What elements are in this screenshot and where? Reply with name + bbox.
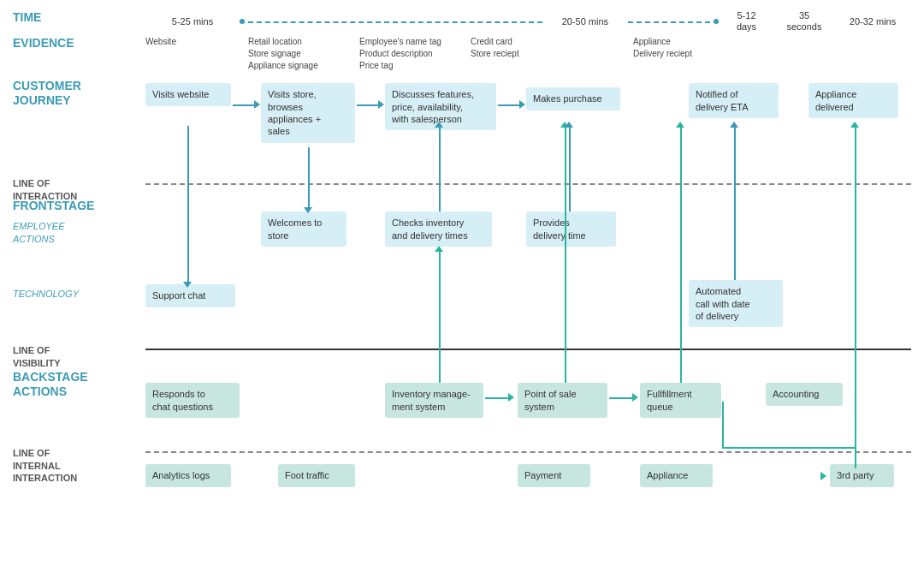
arrow-v-provides-up [569,126,571,212]
frontstage-label: FRONTSTAGE [13,199,94,212]
evidence-cell-5 [573,36,633,72]
arrow-v-fulfill-teal [680,126,682,383]
arrowhead-1 [254,100,260,109]
line-of-visibility [145,349,911,350]
arrowhead-3rdparty [820,472,826,480]
page: TIME 5-25 mins 20-50 mins 5-12days 35sec… [0,0,924,578]
arrow-h-3 [498,104,522,106]
evidence-cell-6: ApplianceDelivery reciept [633,36,710,72]
arrow-v-store-welcome [308,147,310,210]
technology-label: TECHNOLOGY [13,289,79,299]
line-of-interaction [145,183,911,185]
box-provides-delivery: Providesdelivery time [526,212,616,247]
line-internal-label: LINE OFINTERNALINTERACTION [13,447,141,484]
arrow-v-fulfill-bracket [722,402,724,449]
arrowhead-delivered-up [850,122,859,128]
box-appliance-delivered: Appliancedelivered [808,83,898,118]
box-foot-traffic: Foot traffic [278,464,355,486]
time-cell-4: 35seconds [774,10,834,33]
box-automated-call: Automatedcall with dateof delivery [689,280,783,327]
box-fulfillment-queue: Fullfillmentqueue [640,383,721,418]
time-label: TIME [13,10,145,24]
box-payment: Payment [518,464,590,486]
arrowhead-fulfill-up [676,122,684,128]
arrowhead-pos [632,393,638,402]
diagram: CUSTOMERJOURNEY Visits website Visits st… [13,79,911,498]
time-cell-5: 20-32 mins [834,16,911,27]
time-cell-1: 5-25 mins [145,16,240,27]
box-visits-store: Visits store,browsesappliances +sales [261,83,355,142]
arrow-v-website-support [187,126,189,284]
arrowhead-provides-up2 [565,122,573,128]
arrowhead-3 [519,100,525,109]
box-accounting: Accounting [766,383,843,405]
box-third-party: 3rd party [830,464,894,486]
arrowhead-discuss-up [435,122,443,128]
arrowhead-website-support [183,282,192,288]
time-cell-3: 5-12days [719,10,774,33]
evidence-cell-4: Credit cardStore reciept [471,36,573,72]
arrow-h-1 [233,104,257,106]
box-visits-website: Visits website [145,83,231,105]
arrow-h-2 [357,104,381,106]
arrowhead-inv [508,393,514,402]
box-checks-inventory: Checks inventoryand delivery times [385,212,492,247]
evidence-label: EVIDENCE [13,36,145,50]
arrow-h-pos [609,397,635,399]
arrow-h-inv [485,397,511,399]
line-of-visibility-label: LINE OFVISIBILITY [13,344,141,369]
evidence-cell-2: Retail locationStore signageAppliance si… [248,36,359,72]
arrowhead-inventory-up [435,246,443,252]
box-inventory-mgmt: Inventory manage-ment system [385,383,483,418]
employee-actions-label: EMPLOYEEACTIONS [13,220,141,245]
time-cell-2: 20-50 mins [542,16,628,27]
arrow-v-automated-up [734,126,736,280]
arrow-v-discuss-checks [439,126,441,212]
line-of-internal-interaction [145,451,911,453]
arrowhead-store-welcome [304,207,312,213]
arrowhead-2 [378,100,384,109]
box-notified-delivery: Notified ofdelivery ETA [689,83,779,118]
arrow-v-delivered-teal [855,126,856,468]
arrow-v-pos-teal [565,126,566,383]
arrow-h-fulfill-bracket [722,447,855,449]
evidence-cell-3: Employee's name tagProduct descriptionPr… [359,36,471,72]
arrow-v-inventory-teal [439,250,441,383]
box-analytics-logs: Analytics logs [145,464,231,486]
box-responds-chat: Responds tochat questions [145,383,240,418]
customer-journey-label: CUSTOMERJOURNEY [13,79,141,108]
backstage-label: BACKSTAGEACTIONS [13,370,88,399]
evidence-cell-1: Website [145,36,240,72]
box-makes-purchase: Makes purchase [526,87,620,110]
arrowhead-automated-up [730,122,738,128]
box-point-of-sale: Point of salesystem [518,383,607,418]
box-welcomes-store: Welcomes tostore [261,212,346,247]
box-appliance: Appliance [640,464,713,486]
